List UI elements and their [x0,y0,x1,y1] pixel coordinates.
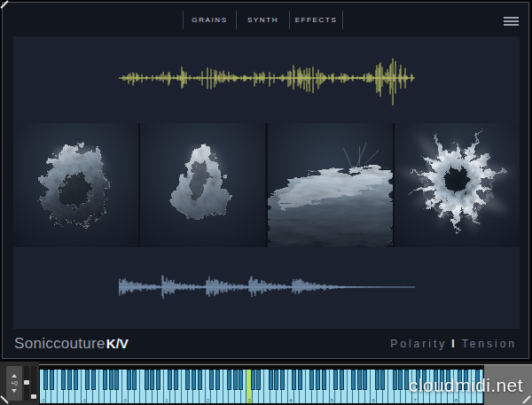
plugin-panel: GRAINS SYNTH EFFECTS [2,2,529,359]
piano-key-black[interactable] [269,370,273,390]
piano-key-black[interactable] [85,370,90,390]
brand-text: SoniccoutureK/V [14,335,129,353]
piano-key-black[interactable] [103,370,107,390]
piano-key-black[interactable] [109,370,113,390]
comet-surface-image[interactable] [268,123,393,247]
library-title: PolarityITension [390,338,517,350]
piano-key-black[interactable] [150,370,154,390]
kontakt-keyboard-strip: +0 -2-1012345678 [0,362,532,405]
piano-key-black[interactable] [168,370,172,390]
piano-key-black[interactable] [404,370,409,390]
tab-bar: GRAINS SYNTH EFFECTS [183,11,343,29]
piano-key-black[interactable] [292,370,296,390]
piano-key-black[interactable] [340,370,344,390]
grain-waveform-display [119,51,415,105]
zoom-handle[interactable] [31,394,36,399]
company-name: Soniccouture [14,335,106,352]
piano-key-black[interactable] [43,370,48,390]
piano-key-black[interactable] [251,370,255,390]
piano-key-black[interactable] [357,370,362,390]
piano-key-black[interactable] [422,370,426,390]
asteroid-rock-image[interactable] [140,123,265,247]
source-image-row [13,123,520,247]
tab-grains[interactable]: GRAINS [184,11,237,29]
piano-key-black[interactable] [446,370,450,390]
piano-key-black[interactable] [309,370,314,390]
keyboard-right-panel [484,364,532,405]
keyboard-controls: +0 [0,362,39,405]
piano-key-black[interactable] [127,370,131,390]
piano-key-black[interactable] [375,370,379,390]
piano-key-black[interactable] [398,370,403,390]
product-name: K/V [106,336,129,351]
library-separator: I [451,338,457,350]
piano-key-black[interactable] [464,370,468,390]
piano-key-black[interactable] [198,370,202,390]
piano-key-black[interactable] [475,370,480,390]
piano-key-black[interactable] [233,370,238,390]
transpose-value: +0 [11,380,18,386]
piano-key-black[interactable] [333,370,338,390]
tab-synth[interactable]: SYNTH [237,11,290,29]
footer-bar: SoniccoutureK/V PolarityITension [3,329,528,358]
piano-key-black[interactable] [434,370,438,390]
tab-effects[interactable]: EFFECTS [290,11,343,29]
main-display-panel [13,36,520,331]
piano-key-black[interactable] [256,370,261,390]
transpose-control: +0 [6,366,22,401]
piano-key-black[interactable] [363,370,367,390]
keyboard-scrollbar[interactable] [24,366,29,401]
top-bar: GRAINS SYNTH EFFECTS [3,3,528,36]
piano-key-black[interactable] [380,370,385,390]
piano-key-black[interactable] [209,370,214,390]
piano-key-black[interactable] [351,370,356,390]
piano-key-black[interactable] [298,370,302,390]
piano-key-black[interactable] [50,370,54,390]
piano-key-black[interactable] [114,370,119,390]
piano-key-black[interactable] [145,370,149,390]
piano-key-black[interactable] [185,370,190,390]
piano-key-black[interactable] [67,370,72,390]
piano-key-black[interactable] [215,370,220,390]
asteroid-fragment-image[interactable] [13,123,138,247]
particle-burst-image[interactable] [395,123,520,247]
piano-key-black[interactable] [61,370,66,390]
piano-key-black[interactable] [156,370,160,390]
piano-key-black[interactable] [227,370,231,390]
piano-key-black[interactable] [440,370,444,390]
piano-key-black[interactable] [316,370,320,390]
scrollbar-handle[interactable] [24,380,29,385]
piano-key-black[interactable] [274,370,278,390]
transpose-up-icon[interactable] [12,374,17,378]
piano-key-black[interactable] [322,370,326,390]
piano-key-black[interactable] [416,370,420,390]
piano-key-black[interactable] [280,370,285,390]
piano-key-black[interactable] [132,370,137,390]
piano-key-black[interactable] [393,370,397,390]
piano-key-black[interactable] [91,370,96,390]
piano-key-black[interactable] [174,370,178,390]
piano-key-black[interactable] [74,370,78,390]
transpose-down-icon[interactable] [12,389,17,393]
sample-waveform-display [119,269,415,306]
piano-key-black[interactable] [458,370,462,390]
piano-key-black[interactable] [192,370,196,390]
keyboard-zoom-slider[interactable] [31,366,36,401]
hamburger-menu-icon[interactable] [504,17,519,26]
piano-keyboard: -2-1012345678 [39,364,484,405]
kv-instrument-window: GRAINS SYNTH EFFECTS [0,0,532,405]
piano-key-black[interactable] [239,370,243,390]
